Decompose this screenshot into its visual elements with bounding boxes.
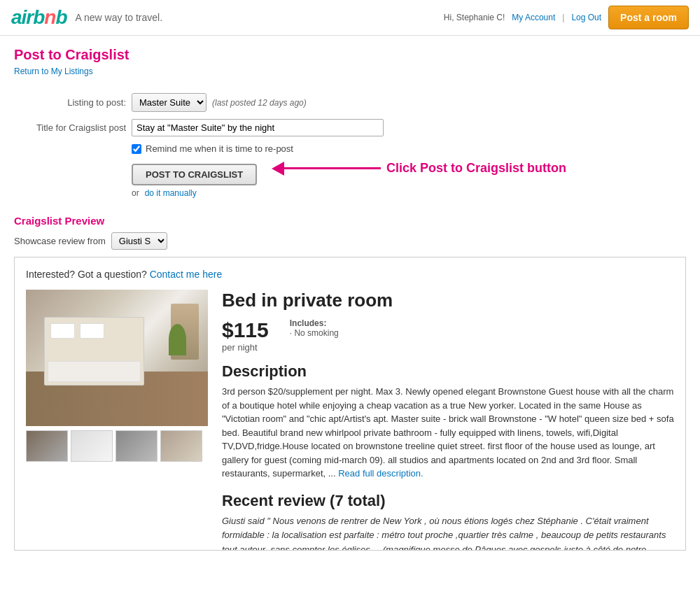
desc-text-content: 3rd person $20/supplement per night. Max… — [222, 386, 674, 479]
thumb-2 — [71, 430, 113, 462]
contact-text: Interested? Got a question? — [26, 269, 147, 280]
post-room-button[interactable]: Post a room — [608, 6, 689, 29]
preview-details: Bed in private room $115 per night Inclu… — [222, 290, 674, 551]
thumb-1 — [26, 430, 68, 462]
room-type: Bed in private room — [222, 290, 674, 311]
review-text: Giusti said " Nous venons de rentrer de … — [222, 514, 674, 551]
preview-main: Bed in private room $115 per night Inclu… — [26, 290, 674, 551]
includes-no-smoking: No smoking — [294, 328, 338, 338]
price-per-night: per night — [222, 342, 269, 353]
pink-arrow — [272, 162, 381, 176]
includes-area: Includes: · No smoking — [290, 318, 339, 338]
form-section: Listing to post: Master Suite (last post… — [14, 93, 686, 198]
arrow-annotation: Click Post to Craigslist button — [272, 161, 566, 176]
header-right: Hi, Stephanie C! My Account | Log Out Po… — [444, 6, 689, 29]
preview-images — [26, 290, 208, 551]
read-more-link[interactable]: Read full description. — [338, 468, 423, 479]
listing-label: Listing to post: — [14, 97, 126, 108]
contact-link[interactable]: Contact me here — [150, 269, 223, 280]
logo-area: airbnb A new way to travel. — [11, 6, 162, 29]
greeting: Hi, Stephanie C! — [444, 13, 505, 22]
page-content: Post to Craigslist Return to My Listings… — [0, 36, 700, 562]
manually-link[interactable]: do it manually — [145, 188, 197, 198]
preview-section: Craigslist Preview Showcase review from … — [14, 215, 686, 551]
thumb-4 — [160, 430, 202, 462]
showcase-select[interactable]: Giusti S — [111, 232, 167, 250]
arrow-line — [283, 167, 381, 169]
price-area: $115 per night Includes: · No smoking — [222, 318, 674, 353]
showcase-row: Showcase review from Giusti S — [14, 232, 686, 250]
title-row: Title for Craigslist post — [14, 119, 686, 136]
preview-section-title: Craigslist Preview — [14, 215, 686, 227]
annotation-text: Click Post to Craigslist button — [386, 161, 566, 176]
post-to-craigslist-button[interactable]: POST TO CRAIGSLIST — [132, 164, 257, 185]
main-image-inner — [26, 290, 208, 426]
title-label: Title for Craigslist post — [14, 122, 126, 133]
my-account-link[interactable]: My Account — [512, 13, 555, 22]
title-input[interactable] — [132, 119, 384, 136]
listing-select[interactable]: Master Suite — [132, 93, 206, 112]
return-link[interactable]: Return to My Listings — [14, 66, 93, 76]
listing-row: Listing to post: Master Suite (last post… — [14, 93, 686, 112]
desc-section: Description 3rd person $20/supplement pe… — [222, 362, 674, 481]
logo: airbnb — [11, 6, 67, 29]
remind-label: Remind me when it is time to re-post — [146, 143, 293, 154]
remind-checkbox-row: Remind me when it is time to re-post — [132, 143, 686, 154]
tagline: A new way to travel. — [76, 12, 163, 23]
last-posted: (last posted 12 days ago) — [212, 98, 307, 108]
review-title: Recent review (7 total) — [222, 492, 674, 510]
separator: | — [562, 13, 564, 22]
page-title: Post to Craigslist — [14, 47, 686, 63]
main-room-image — [26, 290, 208, 426]
showcase-label: Showcase review from — [14, 236, 106, 246]
title-control — [132, 119, 384, 136]
desc-text: 3rd person $20/supplement per night. Max… — [222, 385, 674, 481]
header: airbnb A new way to travel. Hi, Stephani… — [0, 0, 700, 36]
preview-contact-bar: Interested? Got a question? Contact me h… — [26, 269, 674, 280]
desc-title: Description — [222, 362, 674, 381]
thumb-3 — [115, 430, 158, 462]
remind-checkbox[interactable] — [132, 144, 141, 154]
logout-link[interactable]: Log Out — [571, 13, 601, 22]
review-section: Recent review (7 total) Giusti said " No… — [222, 492, 674, 551]
price-amount: $115 — [222, 318, 269, 342]
listing-control: Master Suite (last posted 12 days ago) — [132, 93, 307, 112]
includes-label: Includes: — [290, 318, 327, 328]
thumb-row — [26, 430, 208, 462]
preview-box: Interested? Got a question? Contact me h… — [14, 257, 686, 551]
or-text: or — [132, 188, 139, 198]
post-btn-area: POST TO CRAIGSLIST or do it manually Cli… — [132, 164, 686, 198]
price-main: $115 per night — [222, 318, 269, 353]
